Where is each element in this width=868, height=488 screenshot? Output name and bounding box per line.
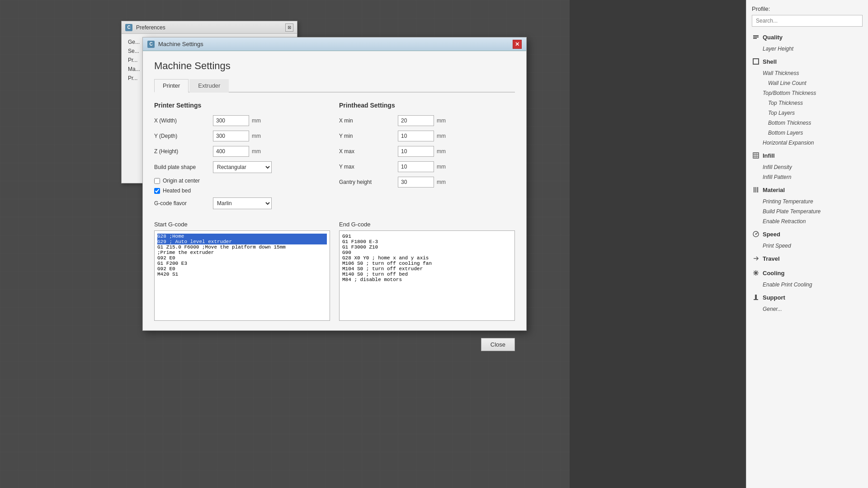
quality-section-header[interactable]: Quality [746, 30, 868, 44]
printer-settings-col: Printer Settings X (Width) mm Y (Depth) … [154, 102, 330, 214]
xmax-input[interactable] [398, 146, 434, 157]
material-icon [752, 186, 760, 194]
tab-printer[interactable]: Printer [154, 79, 189, 93]
end-gcode-line-7: M140 S0 ; turn off bed [342, 272, 512, 277]
ymin-label: Y min [339, 133, 398, 139]
sidebar-item-horizontal-expansion[interactable]: Horizontal Expansion [746, 138, 868, 148]
sidebar-item-top-thickness[interactable]: Top Thickness [746, 98, 868, 108]
field-row-z: Z (Height) mm [154, 146, 330, 157]
shell-section-header[interactable]: Shell [746, 55, 868, 68]
build-plate-label: Build plate shape [154, 164, 213, 170]
right-sidebar: Profile: Quality Layer Height S [746, 0, 868, 488]
infill-section-header[interactable]: Infill [746, 149, 868, 162]
origin-label: Origin at center [163, 178, 200, 184]
xmin-unit: mm [437, 117, 446, 124]
infill-icon [752, 151, 760, 160]
start-gcode-line-4: G92 E0 [157, 255, 327, 261]
sidebar-section-travel: Travel [746, 252, 868, 265]
sidebar-item-enable-print-cooling[interactable]: Enable Print Cooling [746, 280, 868, 290]
preferences-close-btn[interactable]: ⊠ [285, 23, 293, 32]
build-plate-select[interactable]: Rectangular Elliptic [213, 161, 272, 173]
sidebar-section-infill: Infill Infill Density Infill Pattern [746, 149, 868, 182]
ymax-label: Y max [339, 164, 398, 170]
pref-title-left: C Preferences [125, 24, 165, 31]
gcode-flavor-select[interactable]: Marlin RepRap UltiGCode [213, 197, 272, 209]
sidebar-item-printing-temp[interactable]: Printing Temperature [746, 197, 868, 206]
support-section-header[interactable]: Support [746, 291, 868, 304]
start-gcode-line-1: G29 ; Auto level extruder [157, 239, 327, 244]
settings-grid: Printer Settings X (Width) mm Y (Depth) … [154, 102, 515, 214]
gcode-section: Start G-code G28 ;Home G29 ; Auto level … [154, 221, 515, 321]
start-gcode-line-6: G92 E0 [157, 266, 327, 272]
start-gcode-line-7: M420 S1 [157, 272, 327, 277]
machine-dialog-icon: C [147, 41, 155, 48]
tab-extruder[interactable]: Extruder [189, 79, 229, 93]
origin-checkbox[interactable] [154, 178, 160, 184]
heated-bed-checkbox[interactable] [154, 188, 160, 194]
profile-label: Profile: [752, 5, 770, 12]
sidebar-section-material: Material Printing Temperature Build Plat… [746, 183, 868, 226]
sidebar-section-speed: Speed Print Speed [746, 227, 868, 251]
printhead-section-title: Printhead Settings [339, 102, 515, 109]
field-row-y: Y (Depth) mm [154, 131, 330, 141]
machine-dialog-title: Machine Settings [158, 41, 203, 47]
sidebar-item-layer-height[interactable]: Layer Height [746, 44, 868, 54]
machine-settings-dialog: C Machine Settings ✕ Machine Settings Pr… [142, 37, 527, 331]
ymax-input[interactable] [398, 161, 434, 172]
xmin-input[interactable] [398, 115, 434, 126]
material-section-header[interactable]: Material [746, 183, 868, 197]
dialog-close-button[interactable]: Close [481, 338, 515, 351]
field-row-gcode-flavor: G-code flavor Marlin RepRap UltiGCode [154, 197, 330, 209]
shell-label: Shell [763, 58, 777, 65]
start-gcode-area[interactable]: G28 ;Home G29 ; Auto level extruder G1 Z… [154, 230, 330, 321]
cooling-section-header[interactable]: Cooling [746, 266, 868, 280]
sidebar-item-generate-support[interactable]: Gener... [746, 304, 868, 314]
x-width-label: X (Width) [154, 117, 213, 124]
end-gcode-area[interactable]: G91 G1 F1800 E-3 G1 F3000 Z10 G90 G28 X0… [339, 230, 515, 321]
end-gcode-line-5: M106 S0 ; turn off cooling fan [342, 261, 512, 266]
x-width-input[interactable] [213, 115, 249, 126]
sidebar-item-infill-pattern[interactable]: Infill Pattern [746, 172, 868, 182]
sidebar-item-top-layers[interactable]: Top Layers [746, 108, 868, 118]
svg-rect-21 [754, 299, 758, 300]
end-gcode-col: End G-code G91 G1 F1800 E-3 G1 F3000 Z10… [339, 221, 515, 321]
xmin-label: X min [339, 117, 398, 124]
gantry-input[interactable] [398, 177, 434, 188]
profile-row: Profile: [752, 5, 863, 12]
sidebar-section-quality: Quality Layer Height [746, 30, 868, 54]
search-input[interactable] [752, 15, 863, 27]
sidebar-item-build-plate-temp[interactable]: Build Plate Temperature [746, 206, 868, 216]
preferences-title: Preferences [136, 24, 165, 31]
machine-title-left: C Machine Settings [147, 41, 203, 48]
infill-label: Infill [763, 152, 775, 159]
sidebar-item-enable-retraction[interactable]: Enable Retraction [746, 216, 868, 226]
field-row-build-plate: Build plate shape Rectangular Elliptic [154, 161, 330, 173]
z-height-input[interactable] [213, 146, 249, 157]
sidebar-item-infill-density[interactable]: Infill Density [746, 162, 868, 172]
material-label: Material [763, 187, 785, 193]
gcode-flavor-label: G-code flavor [154, 200, 213, 206]
start-gcode-line-0: G28 ;Home [157, 234, 327, 239]
field-row-x: X (Width) mm [154, 115, 330, 126]
machine-dialog-titlebar: C Machine Settings ✕ [143, 38, 526, 51]
sidebar-item-bottom-thickness[interactable]: Bottom Thickness [746, 118, 868, 128]
travel-section-header[interactable]: Travel [746, 252, 868, 265]
sidebar-item-top-bottom-thickness[interactable]: Top/Bottom Thickness [746, 88, 868, 98]
xmax-label: X max [339, 148, 398, 155]
ymin-unit: mm [437, 133, 446, 139]
field-row-xmax: X max mm [339, 146, 515, 157]
sidebar-item-bottom-layers[interactable]: Bottom Layers [746, 128, 868, 138]
speed-label: Speed [763, 231, 780, 238]
ymin-input[interactable] [398, 131, 434, 141]
sidebar-section-shell: Shell Wall Thickness Wall Line Count Top… [746, 55, 868, 148]
support-icon [752, 293, 760, 301]
end-gcode-line-1: G1 F1800 E-3 [342, 239, 512, 244]
y-depth-input[interactable] [213, 131, 249, 141]
checkbox-heated: Heated bed [154, 188, 330, 194]
speed-section-header[interactable]: Speed [746, 227, 868, 241]
end-gcode-line-6: M104 S0 ; turn off extruder [342, 266, 512, 272]
sidebar-item-wall-line-count[interactable]: Wall Line Count [746, 78, 868, 88]
sidebar-item-print-speed[interactable]: Print Speed [746, 241, 868, 251]
sidebar-item-wall-thickness[interactable]: Wall Thickness [746, 68, 868, 78]
machine-dialog-close-icon[interactable]: ✕ [513, 40, 522, 49]
